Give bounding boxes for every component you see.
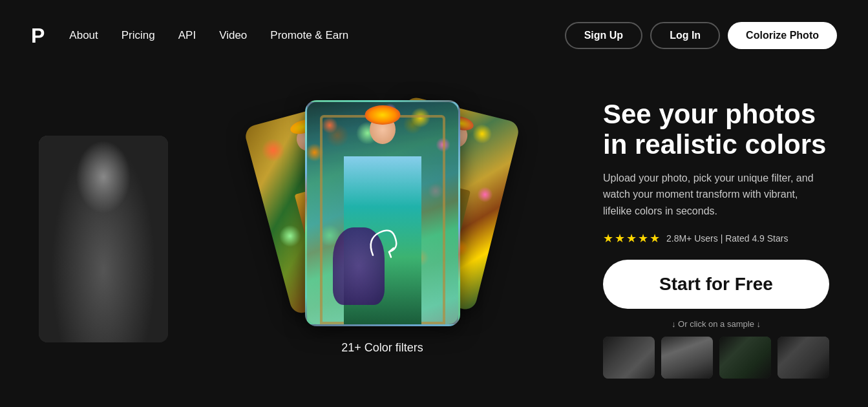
sample-thumbnail-1[interactable] bbox=[603, 337, 655, 379]
cards-container bbox=[247, 90, 518, 336]
rating-text: 2.8M+ Users | Rated 4.9 Stars bbox=[666, 233, 788, 244]
nav-link-pricing[interactable]: Pricing bbox=[122, 29, 155, 42]
card-center-main[interactable] bbox=[305, 100, 460, 326]
signup-button[interactable]: Sign Up bbox=[565, 22, 642, 49]
star-rating: ★★★★★ bbox=[603, 231, 661, 245]
hero-section: 21+ Color filters See your photos in rea… bbox=[0, 71, 868, 407]
logo[interactable]: P bbox=[31, 24, 43, 48]
rating-row: ★★★★★ 2.8M+ Users | Rated 4.9 Stars bbox=[603, 231, 829, 245]
hero-content: See your photos in realistic colors Uplo… bbox=[584, 99, 829, 378]
figure-headdress bbox=[365, 105, 400, 125]
color-filters-label: 21+ Color filters bbox=[341, 341, 423, 355]
nav-link-promote[interactable]: Promote & Earn bbox=[270, 29, 348, 42]
nav-link-video[interactable]: Video bbox=[219, 29, 247, 42]
sample-thumbnail-4[interactable] bbox=[778, 337, 829, 379]
sample-thumbnail-2[interactable] bbox=[661, 337, 713, 379]
grayscale-photo bbox=[39, 136, 168, 342]
navbar: P About Pricing API Video Promote & Earn… bbox=[0, 0, 868, 71]
or-click-sample-text: ↓ Or click on a sample ↓ bbox=[603, 319, 829, 329]
nav-links: About Pricing API Video Promote & Earn bbox=[69, 29, 564, 42]
colorized-cards-area: 21+ Color filters bbox=[181, 71, 584, 407]
sample-thumbnail-3[interactable] bbox=[719, 337, 771, 379]
nav-link-api[interactable]: API bbox=[178, 29, 196, 42]
arrow-decoration bbox=[360, 220, 412, 271]
login-button[interactable]: Log In bbox=[650, 22, 720, 49]
nav-actions: Sign Up Log In Colorize Photo bbox=[565, 22, 837, 49]
start-free-button[interactable]: Start for Free bbox=[603, 260, 829, 309]
hero-subtitle: Upload your photo, pick your unique filt… bbox=[603, 170, 829, 220]
sample-thumbnails bbox=[603, 337, 829, 379]
hero-title: See your photos in realistic colors bbox=[603, 99, 829, 159]
colorize-button[interactable]: Colorize Photo bbox=[728, 22, 837, 49]
nav-link-about[interactable]: About bbox=[69, 29, 98, 42]
